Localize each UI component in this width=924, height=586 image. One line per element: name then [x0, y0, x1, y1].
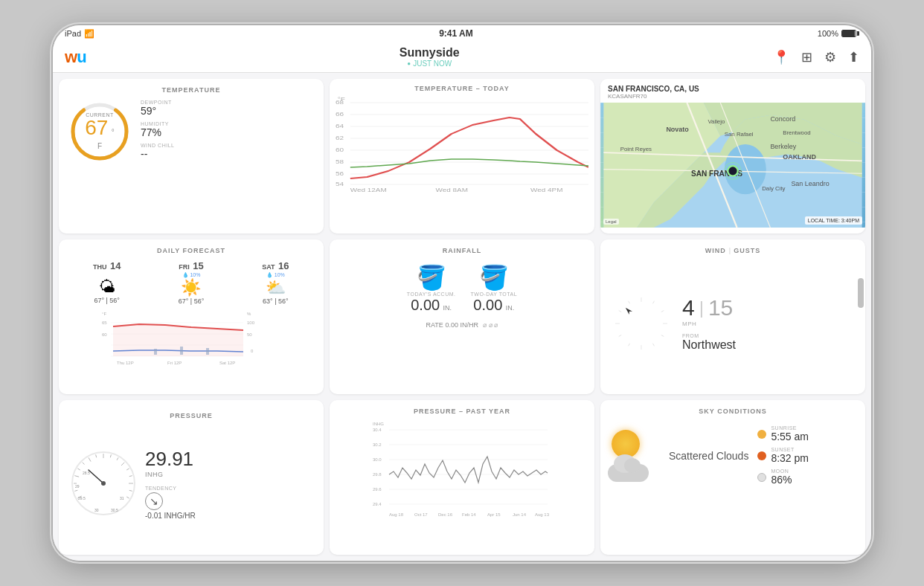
wind-card: WIND | GUSTS — [600, 239, 865, 394]
sky-condition: Scattered Clouds — [669, 450, 748, 462]
wifi-icon: 📶 — [84, 29, 94, 39]
svg-text:29.4: 29.4 — [373, 502, 382, 506]
map-timestamp: LOCAL TIME: 3:40PM — [805, 216, 862, 225]
settings-icon[interactable]: ⚙ — [824, 49, 836, 65]
sunset-value: 8:32 pm — [771, 452, 809, 464]
svg-text:50: 50 — [247, 332, 252, 337]
svg-text:Wed 8AM: Wed 8AM — [436, 187, 468, 193]
status-bar: iPad 📶 9:41 AM 100% — [53, 25, 871, 42]
tendency-label: TENDENCY — [145, 486, 316, 491]
wind-from-label: FROM — [682, 333, 858, 338]
svg-line-100 — [89, 470, 103, 483]
tendency-icon: ↘ — [145, 492, 163, 510]
sky-details: SUNRISE 5:55 am SUNSET 8:32 pm — [757, 425, 858, 486]
battery-pct: 100% — [818, 29, 838, 38]
svg-line-68 — [653, 344, 655, 346]
svg-text:Feb 14: Feb 14 — [462, 512, 476, 517]
status-left: iPad 📶 — [65, 29, 94, 39]
layers-icon[interactable]: ⊞ — [801, 49, 812, 65]
temp-chart-card: TEMPERATURE – TODAY 68 66 64 62 60 58 56… — [330, 79, 594, 234]
svg-text:Thu 12P: Thu 12P — [117, 361, 134, 365]
rate-value: 0.00 — [445, 321, 458, 329]
rainfall-twoday-icon: 🪣 — [471, 263, 518, 292]
svg-line-71 — [619, 335, 621, 337]
device-model: iPad — [65, 29, 81, 38]
svg-text:Point Reyes: Point Reyes — [620, 146, 652, 152]
wind-chill-value: -- — [141, 148, 316, 160]
svg-line-74 — [629, 301, 630, 303]
map-header: SAN FRANCISCO, CA, US KCASANFR70 — [600, 79, 865, 103]
sky-title: SKY CONDITIONS — [608, 408, 858, 415]
svg-text:Sat 12P: Sat 12P — [219, 361, 235, 365]
temp-chart-title: TEMPERATURE – TODAY — [336, 85, 588, 92]
rate-unit: IN/HR — [460, 321, 478, 329]
svg-line-82 — [83, 463, 85, 465]
temp-chart-area: 68 66 64 62 60 58 56 54 — [336, 97, 588, 193]
tendency-value: -0.01 INHG/HR — [145, 512, 316, 520]
svg-text:29: 29 — [75, 484, 80, 489]
svg-text:30.2: 30.2 — [373, 442, 382, 447]
svg-text:29.8: 29.8 — [373, 472, 382, 477]
map-title: SAN FRANCISCO, CA, US — [608, 85, 858, 93]
svg-text:INHG: INHG — [373, 422, 384, 426]
temperature-display: CURRENT 67 °F — [85, 112, 115, 152]
dewpoint-label: DEWPOINT — [141, 100, 316, 105]
map-body: Novato Vallejo San Rafael Concord Brentw… — [600, 103, 865, 228]
pressure-card: PRESSURE — [59, 400, 324, 555]
forecast-days: THU 14 — 🌤 67° | 56° FRI 15 💧 10% ☀️ 67°… — [66, 259, 316, 305]
pressure-value: 29.91 — [145, 448, 193, 470]
status-right: 100% — [818, 29, 859, 38]
rainfall-today-icon: 🪣 — [407, 263, 456, 292]
svg-text:%: % — [247, 312, 251, 316]
pressure-chart-area: 30.4 30.2 30.0 29.8 29.6 29.4 INHG — [337, 419, 587, 516]
svg-line-83 — [89, 457, 91, 461]
sunrise-label: SUNRISE — [771, 425, 809, 431]
map-legal: Legal — [603, 219, 619, 225]
svg-marker-75 — [624, 306, 632, 315]
rate-label: RATE — [426, 321, 443, 329]
two-day-value: 0.00 IN. — [471, 297, 518, 314]
svg-text:Brentwood: Brentwood — [783, 129, 810, 136]
svg-text:100: 100 — [247, 321, 255, 325]
svg-line-93 — [126, 497, 129, 498]
wind-gusts-label: GUSTS — [734, 247, 760, 254]
share-icon[interactable]: ⬆ — [848, 49, 859, 65]
forecast-sat-name: SAT 16 — [235, 259, 316, 272]
svg-line-64 — [653, 301, 655, 303]
svg-text:Apr 15: Apr 15 — [487, 512, 501, 517]
temperature-gauge: CURRENT 67 °F — [66, 98, 133, 165]
screen-grid: TEMPERATURE CURRENT 67 °F — [53, 73, 871, 561]
location-icon[interactable]: 📍 — [773, 49, 789, 65]
wind-speed: 4 — [682, 295, 695, 321]
rainfall-title: RAINFALL — [443, 247, 482, 254]
svg-text:28.5: 28.5 — [83, 471, 90, 475]
svg-line-80 — [74, 476, 79, 477]
svg-point-101 — [101, 481, 106, 486]
pressure-gauge-wrap: 28.5 29 29.5 30 30.5 31 — [66, 446, 141, 521]
moon-label: MOON — [771, 469, 792, 474]
svg-text:66: 66 — [336, 111, 344, 117]
rainfall-card: RAINFALL 🪣 TODAY'S ACCUM. 0.00 IN. 🪣 TWO… — [330, 239, 594, 394]
moon-value: 86% — [771, 474, 792, 486]
svg-text:San Leandro: San Leandro — [791, 180, 829, 187]
svg-text:29.6: 29.6 — [373, 487, 382, 492]
svg-text:Novato: Novato — [666, 126, 689, 133]
svg-line-67 — [661, 335, 664, 337]
svg-text:Oct 17: Oct 17 — [414, 512, 428, 517]
wind-chill-label: WIND CHILL — [141, 143, 316, 148]
svg-text:Concord: Concord — [770, 115, 795, 123]
wind-unit: MPH — [682, 321, 858, 327]
svg-text:°F: °F — [102, 312, 106, 316]
sunrise-dot — [757, 430, 766, 439]
svg-text:62: 62 — [336, 135, 344, 141]
svg-text:60: 60 — [102, 332, 107, 337]
svg-line-88 — [121, 463, 124, 466]
temperature-card: TEMPERATURE CURRENT 67 °F — [59, 79, 324, 234]
svg-line-90 — [129, 476, 132, 477]
wind-chill-row: WIND CHILL -- — [141, 143, 316, 160]
wind-title: WIND — [705, 247, 726, 254]
forecast-chart: °F 65 60 % 100 50 0 — [66, 308, 316, 352]
sunrise-row: SUNRISE 5:55 am — [757, 425, 858, 442]
pressure-unit: INHG — [145, 471, 316, 478]
battery-icon — [841, 30, 859, 37]
